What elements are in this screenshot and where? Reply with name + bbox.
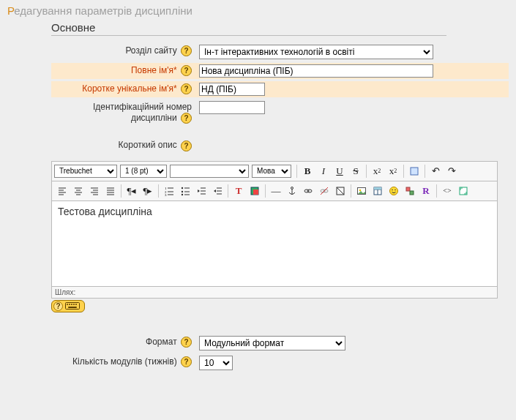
help-icon[interactable]: ? (181, 140, 192, 151)
label-fullname: Повне ім'я* (131, 65, 177, 75)
strike-button[interactable]: S (348, 163, 364, 179)
label-site: Розділ сайту (125, 45, 176, 56)
unlink-button[interactable] (316, 183, 332, 199)
subscript-button[interactable]: x2 (369, 163, 385, 179)
fontsize-select[interactable]: 1 (8 pt) (120, 165, 167, 178)
align-justify-button[interactable] (102, 183, 119, 199)
svg-rect-0 (411, 168, 418, 175)
fullname-input[interactable] (199, 64, 433, 78)
align-left-button[interactable] (54, 183, 70, 199)
numsections-select[interactable]: 10 (199, 356, 233, 370)
editor-toolbar-2: ¶◂ ¶▸ 123 T — R <> (51, 181, 498, 201)
font-select[interactable]: Trebuchet (54, 165, 117, 178)
rtl-button[interactable]: ¶▸ (140, 183, 156, 199)
format-select[interactable]: Модульний формат (199, 336, 345, 350)
svg-rect-57 (406, 187, 410, 191)
nolink-button[interactable] (332, 183, 348, 199)
section-legend: Основне (51, 21, 446, 36)
help-icon: ? (53, 301, 63, 311)
label-summary: Короткий опис (119, 140, 177, 150)
image-button[interactable] (354, 183, 370, 199)
editor-content[interactable]: Тестова дисципліна (51, 201, 498, 287)
svg-rect-53 (374, 187, 381, 190)
help-icon[interactable]: ? (181, 83, 192, 94)
svg-line-47 (337, 187, 344, 195)
svg-rect-38 (253, 190, 258, 195)
editor-path: Шлях: (51, 287, 498, 299)
indent-button[interactable] (209, 183, 225, 199)
svg-point-49 (359, 189, 362, 191)
svg-point-55 (392, 189, 393, 190)
help-icon[interactable]: ? (181, 65, 192, 76)
unordered-list-button[interactable] (177, 183, 193, 199)
lang-select[interactable]: Мова (252, 165, 291, 178)
help-icon[interactable]: ? (181, 45, 192, 56)
label-shortname: Коротке унікальне ім'я* (82, 83, 176, 94)
svg-point-54 (390, 187, 398, 195)
svg-marker-29 (198, 190, 200, 192)
label-idnumber: Ідентифікаційний номер дисципліни (93, 102, 192, 123)
svg-line-45 (321, 187, 328, 195)
fullscreen-button[interactable] (455, 183, 471, 199)
label-numsections: Кількість модулів (тижнів) (72, 356, 177, 367)
svg-point-56 (395, 189, 396, 190)
anchor-button[interactable] (284, 183, 300, 199)
align-center-button[interactable] (70, 183, 86, 199)
site-select[interactable]: Ін-т інтерактивних технологій в освіті (199, 45, 433, 59)
char-button[interactable] (402, 183, 418, 199)
underline-button[interactable]: U (332, 163, 348, 179)
smiley-button[interactable] (386, 183, 402, 199)
svg-point-23 (182, 187, 183, 188)
align-right-button[interactable] (86, 183, 102, 199)
svg-marker-33 (214, 190, 216, 192)
idnumber-input[interactable] (199, 101, 265, 114)
label-format: Формат (146, 337, 177, 347)
ltr-button[interactable]: ¶◂ (124, 183, 140, 199)
page-title: Редагування параметрів дисципліни (7, 4, 509, 17)
help-icon[interactable]: ? (181, 337, 192, 348)
shortname-input[interactable] (199, 83, 265, 96)
ordered-list-button[interactable]: 123 (161, 183, 177, 199)
svg-rect-58 (410, 191, 414, 195)
redo-button[interactable]: ↷ (444, 163, 460, 179)
link-button[interactable] (300, 183, 316, 199)
outdent-button[interactable] (193, 183, 209, 199)
bold-button[interactable]: B (299, 163, 315, 179)
heading-select[interactable] (170, 165, 249, 178)
search-button[interactable]: R (418, 183, 434, 199)
svg-point-42 (307, 190, 312, 192)
svg-point-27 (182, 193, 183, 195)
hr-button[interactable]: — (268, 183, 284, 199)
keyboard-icon (65, 302, 80, 310)
table-button[interactable] (370, 183, 386, 199)
keyboard-toggle[interactable]: ? (51, 300, 85, 312)
help-icon[interactable]: ? (181, 113, 192, 124)
superscript-button[interactable]: x2 (385, 163, 401, 179)
italic-button[interactable]: I (315, 163, 332, 179)
textcolor-button[interactable]: T (231, 183, 247, 199)
clean-button[interactable] (406, 163, 422, 179)
undo-button[interactable]: ↶ (427, 163, 444, 179)
help-icon[interactable]: ? (181, 356, 192, 367)
svg-text:3: 3 (165, 193, 167, 196)
html-source-button[interactable]: <> (439, 183, 455, 199)
svg-point-25 (182, 190, 183, 192)
editor-toolbar-1: Trebuchet 1 (8 pt) Мова B I U S x2 x2 ↶ … (51, 161, 498, 181)
bgcolor-button[interactable] (247, 183, 263, 199)
svg-rect-60 (66, 303, 80, 310)
